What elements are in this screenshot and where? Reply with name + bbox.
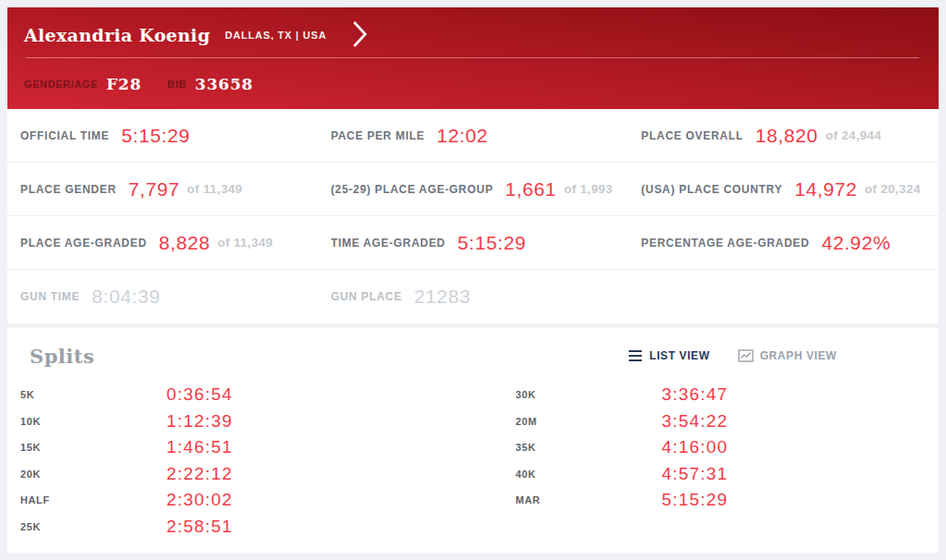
stat-place-country: (USA) PLACE COUNTRY 14,972 of 20,324 — [628, 178, 939, 201]
stat-label: PLACE GENDER — [20, 183, 117, 196]
split-row-half: HALF 2:30:02 — [7, 487, 473, 514]
split-row-15k: 15K 1:46:51 — [7, 434, 473, 461]
stat-value: 5:15:29 — [121, 125, 190, 147]
stat-label: PERCENTAGE AGE-GRADED — [641, 237, 809, 250]
split-label: 30K — [516, 389, 662, 400]
splits-column-left: 5K 0:36:54 10K 1:12:39 15K 1:46:51 20K 2… — [7, 382, 473, 540]
list-view-icon — [629, 349, 642, 363]
split-row-25k: 25K 2:58:51 — [7, 514, 473, 541]
view-toggles: LIST VIEW GRAPH VIEW — [629, 349, 837, 363]
gender-bib-row: GENDER/AGE F28 BIB 33658 — [7, 58, 939, 109]
stat-total: of 24,944 — [826, 128, 881, 142]
split-value: 2:58:51 — [166, 517, 233, 537]
gender-age-label: GENDER/AGE — [24, 79, 98, 90]
stat-place-gender: PLACE GENDER 7,797 of 11,349 — [7, 178, 318, 201]
split-row-30k: 30K 3:36:47 — [473, 382, 940, 408]
split-label: 15K — [20, 442, 166, 453]
stat-value: 12:02 — [436, 125, 488, 147]
split-value: 4:57:31 — [662, 464, 729, 484]
gender-age-value: F28 — [106, 75, 141, 93]
split-value: 4:16:00 — [662, 437, 729, 457]
athlete-header: Alexandria Koenig DALLAS, TX | USA GENDE… — [7, 7, 939, 109]
stat-value: 7,797 — [129, 178, 180, 201]
stat-label: TIME AGE-GRADED — [331, 237, 446, 250]
list-view-label: LIST VIEW — [649, 349, 709, 362]
bib-value: 33658 — [195, 75, 253, 93]
chevron-right-icon — [350, 19, 369, 52]
split-value: 3:36:47 — [662, 384, 729, 405]
stat-time-age-graded: TIME AGE-GRADED 5:15:29 — [318, 232, 629, 254]
athlete-result-card: Alexandria Koenig DALLAS, TX | USA GENDE… — [7, 7, 939, 553]
split-label: 10K — [20, 416, 166, 427]
split-label: MAR — [516, 494, 662, 505]
split-row-5k: 5K 0:36:54 — [7, 382, 473, 408]
stat-total: of 11,349 — [217, 236, 273, 250]
stat-label: (25-29) PLACE AGE-GROUP — [331, 183, 494, 196]
athlete-name-row: Alexandria Koenig DALLAS, TX | USA — [7, 7, 939, 57]
split-row-40k: 40K 4:57:31 — [473, 461, 940, 488]
split-value: 1:46:51 — [166, 437, 233, 457]
stat-label: GUN PLACE — [331, 290, 402, 303]
graph-view-icon — [738, 349, 754, 362]
split-value: 2:30:02 — [166, 490, 233, 510]
stats-row-gun: GUN TIME 8:04:39 GUN PLACE 21283 — [7, 270, 939, 323]
stat-value: 8:04:39 — [92, 286, 160, 308]
stat-value: 5:15:29 — [458, 232, 526, 254]
stat-total: of 11,349 — [187, 182, 242, 196]
splits-column-right: 30K 3:36:47 20M 3:54:22 35K 4:16:00 40K … — [473, 382, 940, 540]
split-label: 25K — [20, 521, 166, 532]
stats-row-3: PLACE AGE-GRADED 8,828 of 11,349 TIME AG… — [7, 216, 939, 270]
splits-section: Splits LIST VIEW GRAPH VIEW — [7, 328, 939, 553]
stats-row-1: OFFICIAL TIME 5:15:29 PACE PER MILE 12:0… — [7, 109, 939, 163]
stat-pace-per-mile: PACE PER MILE 12:02 — [318, 125, 629, 147]
split-row-mar: MAR 5:15:29 — [473, 487, 940, 514]
split-value: 2:22:12 — [166, 464, 233, 484]
stat-official-time: OFFICIAL TIME 5:15:29 — [7, 125, 318, 147]
split-label: 5K — [20, 389, 166, 400]
split-label: HALF — [20, 494, 166, 505]
split-value: 1:12:39 — [166, 411, 233, 432]
splits-title: Splits — [30, 345, 94, 368]
stat-total: of 20,324 — [865, 182, 920, 196]
stat-place-age-graded: PLACE AGE-GRADED 8,828 of 11,349 — [7, 232, 318, 254]
split-label: 35K — [516, 442, 662, 453]
stat-label: PACE PER MILE — [331, 129, 425, 142]
graph-view-button[interactable]: GRAPH VIEW — [738, 349, 837, 362]
stat-total: of 1,993 — [564, 182, 613, 196]
split-value: 3:54:22 — [662, 411, 729, 432]
stat-place-overall: PLACE OVERALL 18,820 of 24,944 — [628, 125, 939, 147]
split-value: 5:15:29 — [662, 490, 729, 510]
split-row-20k: 20K 2:22:12 — [7, 461, 473, 488]
stat-value: 1,661 — [505, 178, 557, 201]
athlete-location: DALLAS, TX | USA — [225, 30, 326, 41]
stat-gun-place: GUN PLACE 21283 — [318, 286, 629, 308]
stat-value: 8,828 — [159, 232, 211, 254]
split-label: 40K — [516, 469, 662, 480]
stat-value: 21283 — [414, 286, 471, 308]
stats-row-2: PLACE GENDER 7,797 of 11,349 (25-29) PLA… — [7, 163, 939, 216]
athlete-name: Alexandria Koenig — [24, 25, 210, 45]
split-row-20m: 20M 3:54:22 — [473, 408, 940, 435]
splits-header: Splits LIST VIEW GRAPH VIEW — [7, 339, 939, 372]
split-label: 20M — [516, 416, 662, 427]
stat-value: 42.92% — [821, 232, 891, 254]
stat-percentage-age-graded: PERCENTAGE AGE-GRADED 42.92% — [628, 232, 939, 254]
stat-value: 18,820 — [756, 125, 818, 147]
list-view-button[interactable]: LIST VIEW — [629, 349, 709, 363]
split-row-35k: 35K 4:16:00 — [473, 434, 940, 461]
split-row-10k: 10K 1:12:39 — [7, 408, 473, 435]
expand-athlete-button[interactable] — [350, 19, 369, 52]
stat-place-age-group: (25-29) PLACE AGE-GROUP 1,661 of 1,993 — [318, 178, 629, 201]
stat-label: OFFICIAL TIME — [20, 129, 109, 142]
graph-view-label: GRAPH VIEW — [760, 349, 837, 362]
stat-label: PLACE AGE-GRADED — [20, 237, 147, 250]
split-value: 0:36:54 — [166, 384, 233, 405]
stat-gun-time: GUN TIME 8:04:39 — [7, 286, 318, 308]
stat-label: GUN TIME — [20, 290, 80, 303]
bib-label: BIB — [167, 79, 187, 90]
stat-value: 14,972 — [794, 178, 857, 201]
splits-list: 5K 0:36:54 10K 1:12:39 15K 1:46:51 20K 2… — [7, 372, 939, 540]
split-label: 20K — [20, 469, 166, 480]
stat-label: (USA) PLACE COUNTRY — [641, 183, 782, 196]
stat-label: PLACE OVERALL — [641, 129, 743, 142]
